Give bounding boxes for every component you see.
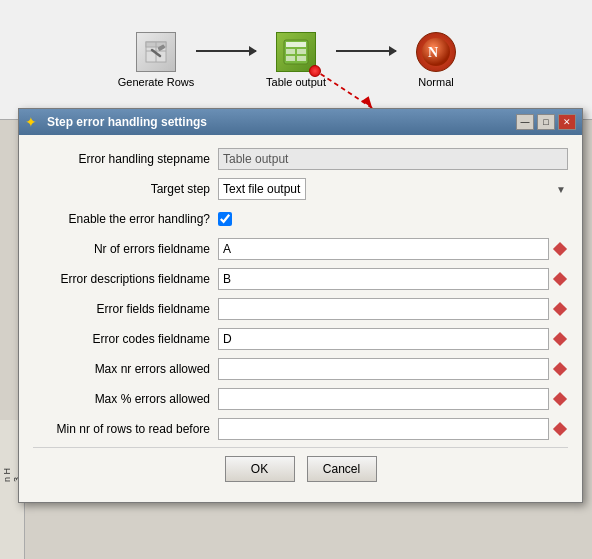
table-output-svg	[282, 38, 310, 66]
error-fields-fieldname-input[interactable]	[218, 298, 549, 320]
error-descriptions-fieldname-input[interactable]	[218, 268, 549, 290]
enable-error-handling-wrap	[218, 212, 568, 226]
error-fields-fieldname-wrap	[218, 298, 568, 320]
error-fields-fieldname-row: Error fields fieldname	[33, 297, 568, 321]
error-codes-fieldname-label: Error codes fieldname	[33, 332, 218, 346]
error-codes-fieldname-row: Error codes fieldname	[33, 327, 568, 351]
error-descriptions-fieldname-wrap	[218, 268, 568, 290]
enable-error-handling-checkbox[interactable]	[218, 212, 232, 226]
max-pct-errors-diamond-icon	[552, 391, 568, 407]
normal-svg: N	[420, 36, 452, 68]
enable-error-handling-row: Enable the error handling?	[33, 207, 568, 231]
generate-rows-svg	[142, 38, 170, 66]
svg-line-14	[314, 70, 372, 109]
error-handling-stepname-row: Error handling stepname	[33, 147, 568, 171]
error-descriptions-fieldname-label: Error descriptions fieldname	[33, 272, 218, 286]
max-nr-errors-input[interactable]	[218, 358, 549, 380]
dialog-title-icon: ✦	[25, 114, 41, 130]
svg-rect-7	[286, 42, 306, 47]
min-nr-rows-label: Min nr of rows to read before	[33, 422, 218, 436]
normal-label: Normal	[418, 76, 453, 88]
error-fields-diamond-icon	[552, 301, 568, 317]
nr-errors-fieldname-row: Nr of errors fieldname	[33, 237, 568, 261]
max-pct-errors-label: Max % errors allowed	[33, 392, 218, 406]
max-pct-errors-row: Max % errors allowed	[33, 387, 568, 411]
target-step-label: Target step	[33, 182, 218, 196]
dialog-body: Error handling stepname Target step Text…	[19, 135, 582, 502]
step-error-dialog: ✦ Step error handling settings — □ ✕ Err…	[18, 108, 583, 503]
max-nr-errors-wrap	[218, 358, 568, 380]
min-nr-rows-input[interactable]	[218, 418, 549, 440]
dialog-titlebar: ✦ Step error handling settings — □ ✕	[19, 109, 582, 135]
max-nr-errors-diamond-icon	[552, 361, 568, 377]
arrow-2	[336, 50, 396, 52]
maximize-button[interactable]: □	[537, 114, 555, 130]
node-normal: N Normal	[396, 32, 476, 88]
target-step-row: Target step Text file output ▼	[33, 177, 568, 201]
pipeline-nodes: Generate Rows Table output	[0, 0, 592, 119]
arrow-1	[196, 50, 256, 52]
nr-errors-diamond-icon	[552, 241, 568, 257]
svg-text:N: N	[428, 45, 438, 60]
error-handling-stepname-label: Error handling stepname	[33, 152, 218, 166]
min-nr-rows-wrap	[218, 418, 568, 440]
error-codes-fieldname-input[interactable]	[218, 328, 549, 350]
max-pct-errors-wrap	[218, 388, 568, 410]
select-arrow-icon: ▼	[556, 184, 566, 195]
error-indicator-dot	[309, 65, 321, 77]
svg-rect-8	[286, 49, 295, 54]
error-codes-fieldname-wrap	[218, 328, 568, 350]
close-button[interactable]: ✕	[558, 114, 576, 130]
min-nr-rows-diamond-icon	[552, 421, 568, 437]
max-nr-errors-label: Max nr errors allowed	[33, 362, 218, 376]
error-codes-diamond-icon	[552, 331, 568, 347]
enable-error-handling-label: Enable the error handling?	[33, 212, 218, 226]
dialog-title-left: ✦ Step error handling settings	[25, 114, 207, 130]
min-nr-rows-row: Min nr of rows to read before	[33, 417, 568, 441]
target-step-input-wrap: Text file output ▼	[218, 178, 568, 200]
svg-rect-9	[297, 49, 306, 54]
error-descriptions-fieldname-row: Error descriptions fieldname	[33, 267, 568, 291]
svg-rect-11	[297, 56, 306, 61]
generate-rows-icon	[136, 32, 176, 72]
target-step-select[interactable]: Text file output	[218, 178, 306, 200]
nr-errors-fieldname-label: Nr of errors fieldname	[33, 242, 218, 256]
minimize-button[interactable]: —	[516, 114, 534, 130]
normal-icon: N	[416, 32, 456, 72]
generate-rows-label: Generate Rows	[118, 76, 194, 88]
error-fields-fieldname-label: Error fields fieldname	[33, 302, 218, 316]
nr-errors-fieldname-wrap	[218, 238, 568, 260]
dialog-controls: — □ ✕	[516, 114, 576, 130]
error-handling-stepname-input-wrap	[218, 148, 568, 170]
target-step-select-wrap: Text file output ▼	[218, 178, 568, 200]
dialog-title-text: Step error handling settings	[47, 115, 207, 129]
svg-rect-10	[286, 56, 295, 61]
nr-errors-fieldname-input[interactable]	[218, 238, 549, 260]
dialog-footer: OK Cancel	[33, 447, 568, 492]
cancel-button[interactable]: Cancel	[307, 456, 377, 482]
pipeline-area: Generate Rows Table output	[0, 0, 592, 120]
error-handling-stepname-input[interactable]	[218, 148, 568, 170]
max-nr-errors-row: Max nr errors allowed	[33, 357, 568, 381]
error-descriptions-diamond-icon	[552, 271, 568, 287]
ok-button[interactable]: OK	[225, 456, 295, 482]
max-pct-errors-input[interactable]	[218, 388, 549, 410]
node-generate-rows: Generate Rows	[116, 32, 196, 88]
